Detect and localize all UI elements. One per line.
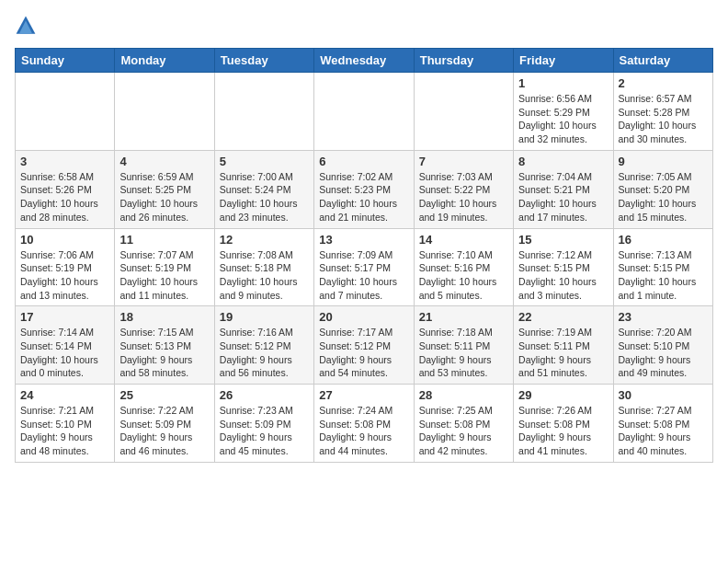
weekday-header-wednesday: Wednesday xyxy=(314,49,414,73)
day-info: Sunrise: 7:05 AM Sunset: 5:20 PM Dayligh… xyxy=(619,170,708,224)
calendar-cell xyxy=(115,73,214,151)
calendar-cell: 11Sunrise: 7:07 AM Sunset: 5:19 PM Dayli… xyxy=(115,228,214,306)
day-number: 4 xyxy=(119,155,209,168)
day-info: Sunrise: 7:02 AM Sunset: 5:23 PM Dayligh… xyxy=(319,170,408,224)
day-info: Sunrise: 7:03 AM Sunset: 5:22 PM Dayligh… xyxy=(419,170,508,224)
calendar-cell xyxy=(214,73,313,151)
day-number: 19 xyxy=(220,310,309,324)
day-number: 7 xyxy=(419,155,508,168)
day-number: 20 xyxy=(319,310,408,324)
calendar-cell: 5Sunrise: 7:00 AM Sunset: 5:24 PM Daylig… xyxy=(214,150,313,228)
day-number: 25 xyxy=(119,388,209,402)
calendar-cell: 6Sunrise: 7:02 AM Sunset: 5:23 PM Daylig… xyxy=(314,150,414,228)
day-number: 18 xyxy=(119,310,209,324)
day-info: Sunrise: 7:23 AM Sunset: 5:09 PM Dayligh… xyxy=(220,404,309,458)
calendar-cell: 4Sunrise: 6:59 AM Sunset: 5:25 PM Daylig… xyxy=(115,150,214,228)
weekday-header-monday: Monday xyxy=(115,49,214,73)
day-info: Sunrise: 7:27 AM Sunset: 5:08 PM Dayligh… xyxy=(619,404,708,458)
day-info: Sunrise: 7:22 AM Sunset: 5:09 PM Dayligh… xyxy=(119,404,209,458)
calendar-cell: 2Sunrise: 6:57 AM Sunset: 5:28 PM Daylig… xyxy=(613,73,712,151)
calendar-cell: 23Sunrise: 7:20 AM Sunset: 5:10 PM Dayli… xyxy=(613,306,712,385)
logo xyxy=(15,15,40,37)
day-number: 11 xyxy=(119,233,209,247)
day-number: 28 xyxy=(419,388,508,402)
day-info: Sunrise: 7:13 AM Sunset: 5:15 PM Dayligh… xyxy=(619,248,708,303)
weekday-header-sunday: Sunday xyxy=(16,49,115,73)
day-number: 27 xyxy=(319,388,408,402)
day-info: Sunrise: 7:14 AM Sunset: 5:14 PM Dayligh… xyxy=(20,326,109,380)
day-info: Sunrise: 7:09 AM Sunset: 5:17 PM Dayligh… xyxy=(319,248,408,303)
calendar-cell xyxy=(16,73,115,151)
calendar-cell xyxy=(414,73,513,151)
calendar-cell xyxy=(314,73,414,151)
day-info: Sunrise: 6:56 AM Sunset: 5:29 PM Dayligh… xyxy=(518,92,608,146)
day-info: Sunrise: 7:07 AM Sunset: 5:19 PM Dayligh… xyxy=(119,248,209,303)
day-info: Sunrise: 7:24 AM Sunset: 5:08 PM Dayligh… xyxy=(319,404,408,458)
calendar-cell: 28Sunrise: 7:25 AM Sunset: 5:08 PM Dayli… xyxy=(414,385,513,463)
day-number: 24 xyxy=(20,388,109,402)
day-info: Sunrise: 7:00 AM Sunset: 5:24 PM Dayligh… xyxy=(220,170,309,224)
day-info: Sunrise: 7:10 AM Sunset: 5:16 PM Dayligh… xyxy=(419,248,508,303)
calendar-cell: 25Sunrise: 7:22 AM Sunset: 5:09 PM Dayli… xyxy=(115,385,214,463)
calendar-cell: 13Sunrise: 7:09 AM Sunset: 5:17 PM Dayli… xyxy=(314,228,414,306)
day-number: 3 xyxy=(20,155,109,168)
day-number: 26 xyxy=(220,388,309,402)
day-info: Sunrise: 7:26 AM Sunset: 5:08 PM Dayligh… xyxy=(518,404,608,458)
day-number: 21 xyxy=(419,310,508,324)
day-info: Sunrise: 7:21 AM Sunset: 5:10 PM Dayligh… xyxy=(20,404,109,458)
day-number: 29 xyxy=(518,388,608,402)
day-info: Sunrise: 7:17 AM Sunset: 5:12 PM Dayligh… xyxy=(319,326,408,380)
day-number: 6 xyxy=(319,155,408,168)
day-number: 16 xyxy=(619,233,708,247)
calendar-cell: 30Sunrise: 7:27 AM Sunset: 5:08 PM Dayli… xyxy=(613,385,712,463)
day-number: 22 xyxy=(518,310,608,324)
day-info: Sunrise: 7:18 AM Sunset: 5:11 PM Dayligh… xyxy=(419,326,508,380)
day-info: Sunrise: 7:20 AM Sunset: 5:10 PM Dayligh… xyxy=(619,326,708,380)
calendar-cell: 19Sunrise: 7:16 AM Sunset: 5:12 PM Dayli… xyxy=(214,306,313,385)
day-number: 13 xyxy=(319,233,408,247)
page-header xyxy=(15,15,713,37)
calendar-cell: 3Sunrise: 6:58 AM Sunset: 5:26 PM Daylig… xyxy=(16,150,115,228)
calendar-cell: 14Sunrise: 7:10 AM Sunset: 5:16 PM Dayli… xyxy=(414,228,513,306)
calendar-table: SundayMondayTuesdayWednesdayThursdayFrid… xyxy=(15,48,713,463)
calendar-cell: 7Sunrise: 7:03 AM Sunset: 5:22 PM Daylig… xyxy=(414,150,513,228)
calendar-cell: 9Sunrise: 7:05 AM Sunset: 5:20 PM Daylig… xyxy=(613,150,712,228)
calendar-cell: 8Sunrise: 7:04 AM Sunset: 5:21 PM Daylig… xyxy=(514,150,613,228)
calendar-cell: 18Sunrise: 7:15 AM Sunset: 5:13 PM Dayli… xyxy=(115,306,214,385)
day-number: 12 xyxy=(220,233,309,247)
weekday-header-thursday: Thursday xyxy=(414,49,513,73)
calendar-cell: 17Sunrise: 7:14 AM Sunset: 5:14 PM Dayli… xyxy=(16,306,115,385)
calendar-cell: 29Sunrise: 7:26 AM Sunset: 5:08 PM Dayli… xyxy=(514,385,613,463)
day-info: Sunrise: 6:59 AM Sunset: 5:25 PM Dayligh… xyxy=(119,170,209,224)
calendar-week-row: 10Sunrise: 7:06 AM Sunset: 5:19 PM Dayli… xyxy=(16,228,713,306)
day-info: Sunrise: 7:25 AM Sunset: 5:08 PM Dayligh… xyxy=(419,404,508,458)
calendar-cell: 22Sunrise: 7:19 AM Sunset: 5:11 PM Dayli… xyxy=(514,306,613,385)
calendar-week-row: 1Sunrise: 6:56 AM Sunset: 5:29 PM Daylig… xyxy=(16,73,713,151)
calendar-cell: 16Sunrise: 7:13 AM Sunset: 5:15 PM Dayli… xyxy=(613,228,712,306)
day-number: 5 xyxy=(220,155,309,168)
day-number: 30 xyxy=(619,388,708,402)
day-number: 15 xyxy=(518,233,608,247)
calendar-cell: 27Sunrise: 7:24 AM Sunset: 5:08 PM Dayli… xyxy=(314,385,414,463)
day-number: 9 xyxy=(619,155,708,168)
weekday-header-friday: Friday xyxy=(514,49,613,73)
day-number: 1 xyxy=(518,76,608,90)
day-info: Sunrise: 7:08 AM Sunset: 5:18 PM Dayligh… xyxy=(220,248,309,303)
day-number: 17 xyxy=(20,310,109,324)
calendar-cell: 15Sunrise: 7:12 AM Sunset: 5:15 PM Dayli… xyxy=(514,228,613,306)
day-info: Sunrise: 7:16 AM Sunset: 5:12 PM Dayligh… xyxy=(220,326,309,380)
calendar-week-row: 17Sunrise: 7:14 AM Sunset: 5:14 PM Dayli… xyxy=(16,306,713,385)
calendar-week-row: 3Sunrise: 6:58 AM Sunset: 5:26 PM Daylig… xyxy=(16,150,713,228)
day-info: Sunrise: 6:58 AM Sunset: 5:26 PM Dayligh… xyxy=(20,170,109,224)
day-number: 10 xyxy=(20,233,109,247)
calendar-cell: 20Sunrise: 7:17 AM Sunset: 5:12 PM Dayli… xyxy=(314,306,414,385)
weekday-header-row: SundayMondayTuesdayWednesdayThursdayFrid… xyxy=(16,49,713,73)
calendar-cell: 10Sunrise: 7:06 AM Sunset: 5:19 PM Dayli… xyxy=(16,228,115,306)
day-info: Sunrise: 7:04 AM Sunset: 5:21 PM Dayligh… xyxy=(518,170,608,224)
calendar-week-row: 24Sunrise: 7:21 AM Sunset: 5:10 PM Dayli… xyxy=(16,385,713,463)
day-info: Sunrise: 6:57 AM Sunset: 5:28 PM Dayligh… xyxy=(619,92,708,146)
calendar-cell: 24Sunrise: 7:21 AM Sunset: 5:10 PM Dayli… xyxy=(16,385,115,463)
weekday-header-saturday: Saturday xyxy=(613,49,712,73)
day-number: 23 xyxy=(619,310,708,324)
day-number: 2 xyxy=(619,76,708,90)
